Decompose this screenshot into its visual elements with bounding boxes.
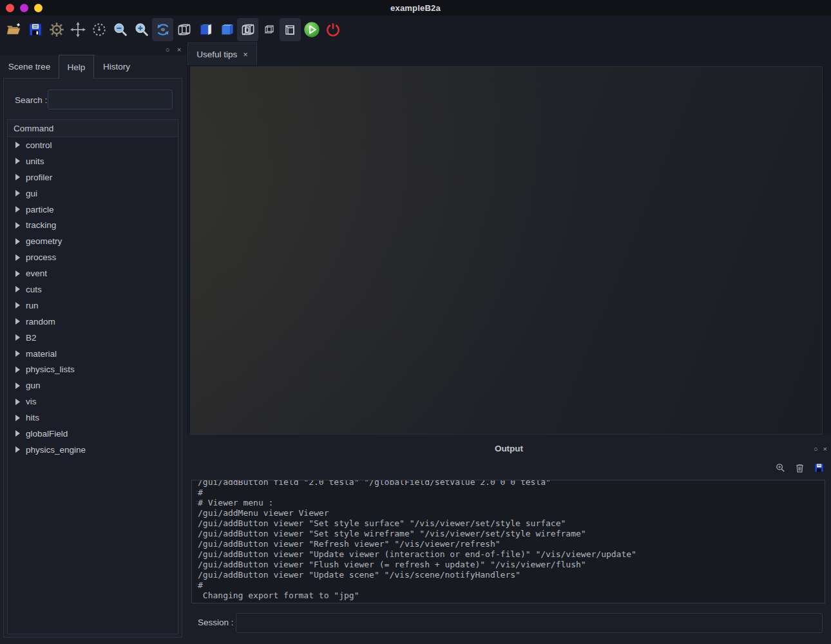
expander-icon[interactable] bbox=[15, 350, 20, 357]
tab-useful-tips[interactable]: Useful tips × bbox=[187, 43, 257, 65]
viewer-tabstrip bbox=[187, 44, 831, 66]
tree-item-physics-engine[interactable]: physics_engine bbox=[8, 442, 178, 458]
tab-history[interactable]: History bbox=[94, 55, 139, 79]
play-icon bbox=[303, 21, 321, 39]
console-line: # bbox=[198, 488, 825, 498]
console-line: /gui/addButton field "2.0 tesla" "/globa… bbox=[198, 480, 825, 488]
open-folder-icon bbox=[6, 22, 23, 37]
tree-item-tracking[interactable]: tracking bbox=[8, 217, 178, 233]
output-float-button[interactable]: ○ bbox=[814, 445, 818, 453]
tree-item-units[interactable]: units bbox=[8, 153, 178, 169]
tree-item-geometry[interactable]: geometry bbox=[8, 233, 178, 249]
help-panel: Search : Command control units profiler … bbox=[3, 78, 182, 638]
clear-console-trash-icon[interactable] bbox=[794, 462, 805, 473]
rotate-icon bbox=[155, 21, 171, 38]
rotate-button[interactable] bbox=[152, 18, 173, 41]
output-close-button[interactable]: × bbox=[823, 445, 827, 453]
zoom-out-button[interactable] bbox=[110, 18, 131, 41]
tree-item-globalField[interactable]: globalField bbox=[8, 426, 178, 442]
perspective-button[interactable] bbox=[258, 18, 280, 41]
tab-help[interactable]: Help bbox=[59, 55, 94, 79]
window-title: exampleB2a bbox=[0, 3, 831, 13]
tree-item-physics-lists[interactable]: physics_lists bbox=[8, 361, 178, 377]
move-button[interactable] bbox=[67, 18, 88, 41]
expander-icon[interactable] bbox=[15, 383, 20, 389]
tree-item-particle[interactable]: particle bbox=[8, 202, 178, 218]
command-tree-header: Command bbox=[8, 120, 178, 137]
tree-item-gui[interactable]: gui bbox=[8, 185, 178, 202]
save-button[interactable] bbox=[24, 18, 46, 41]
dock-close-button[interactable]: × bbox=[174, 45, 184, 54]
tree-item-gun[interactable]: gun bbox=[8, 377, 178, 393]
session-label: Session : bbox=[198, 618, 234, 627]
expander-icon[interactable] bbox=[15, 222, 20, 229]
expander-icon[interactable] bbox=[15, 302, 20, 308]
power-icon bbox=[325, 21, 341, 38]
viewer-canvas[interactable] bbox=[190, 66, 823, 435]
tree-item-random[interactable]: random bbox=[8, 314, 178, 330]
orthographic-box-icon bbox=[283, 22, 298, 37]
wireframe-button[interactable] bbox=[237, 18, 258, 41]
zoom-in-button[interactable] bbox=[131, 18, 152, 41]
gear-icon bbox=[48, 21, 65, 38]
expander-icon[interactable] bbox=[15, 174, 20, 180]
open-file-button[interactable] bbox=[3, 18, 24, 41]
move-arrows-icon bbox=[70, 21, 86, 38]
console-line: /gui/addButton viewer "Update viewer (in… bbox=[198, 549, 825, 560]
half-solid-cube-icon bbox=[197, 21, 214, 38]
console-line: /gui/addButton viewer "Flush viewer (= r… bbox=[198, 560, 825, 570]
expander-icon[interactable] bbox=[15, 399, 20, 405]
expander-icon[interactable] bbox=[15, 366, 20, 373]
expander-icon[interactable] bbox=[15, 318, 20, 325]
output-dock: Output ○ × bbox=[187, 435, 831, 644]
hidden-line-removal-button[interactable] bbox=[173, 18, 195, 41]
tab-close-icon[interactable]: × bbox=[243, 50, 248, 59]
orthographic-button[interactable] bbox=[280, 18, 301, 41]
tree-item-control[interactable]: control bbox=[8, 137, 178, 153]
expander-icon[interactable] bbox=[15, 158, 20, 164]
console-line: /gui/addButton viewer "Refresh viewer" "… bbox=[198, 539, 825, 549]
search-input[interactable] bbox=[48, 90, 173, 109]
session-input[interactable] bbox=[236, 613, 823, 633]
tree-item-B2[interactable]: B2 bbox=[8, 330, 178, 346]
expander-icon[interactable] bbox=[15, 446, 20, 453]
tree-item-cuts[interactable]: cuts bbox=[8, 281, 178, 298]
session-row: Session : bbox=[187, 613, 831, 633]
tree-item-material[interactable]: material bbox=[8, 346, 178, 362]
expander-icon[interactable] bbox=[15, 190, 20, 196]
expander-icon[interactable] bbox=[15, 334, 20, 341]
titlebar: exampleB2a bbox=[0, 0, 831, 15]
expander-icon[interactable] bbox=[15, 430, 20, 437]
tree-item-event[interactable]: event bbox=[8, 265, 178, 281]
surfaces-button[interactable] bbox=[216, 18, 237, 41]
search-row: Search : bbox=[4, 90, 182, 110]
tab-scene-tree[interactable]: Scene tree bbox=[0, 55, 59, 79]
dock-float-button[interactable]: ○ bbox=[162, 45, 173, 54]
wireframe-cube-detail-icon bbox=[240, 21, 256, 38]
pick-point-button[interactable] bbox=[88, 18, 110, 41]
expander-icon[interactable] bbox=[15, 206, 20, 213]
expander-icon[interactable] bbox=[15, 286, 20, 292]
gear-button[interactable] bbox=[46, 18, 67, 41]
exit-button[interactable] bbox=[322, 18, 343, 41]
expander-icon[interactable] bbox=[15, 238, 20, 245]
command-tree: Command control units profiler gui parti… bbox=[7, 119, 178, 634]
search-label: Search : bbox=[15, 95, 47, 105]
tree-item-process[interactable]: process bbox=[8, 249, 178, 265]
tree-item-hits[interactable]: hits bbox=[8, 410, 178, 426]
application-window: exampleB2a bbox=[0, 0, 831, 644]
tree-item-profiler[interactable]: profiler bbox=[8, 169, 178, 185]
console-search-icon[interactable] bbox=[775, 462, 786, 473]
save-console-icon[interactable] bbox=[814, 462, 825, 473]
expander-icon[interactable] bbox=[15, 270, 20, 277]
console-line: /gui/addButton viewer "Update scene" "/v… bbox=[198, 570, 825, 580]
tree-item-vis[interactable]: vis bbox=[8, 393, 178, 410]
expander-icon[interactable] bbox=[15, 142, 20, 148]
run-beam-on-button[interactable] bbox=[301, 18, 322, 41]
sidebar-tabs: Scene tree Help History bbox=[0, 55, 187, 79]
hidden-line-and-surface-removal-button[interactable] bbox=[195, 18, 216, 41]
expander-icon[interactable] bbox=[15, 415, 20, 421]
wireframe-cube-icon bbox=[176, 21, 193, 38]
expander-icon[interactable] bbox=[15, 254, 20, 261]
tree-item-run[interactable]: run bbox=[8, 298, 178, 314]
